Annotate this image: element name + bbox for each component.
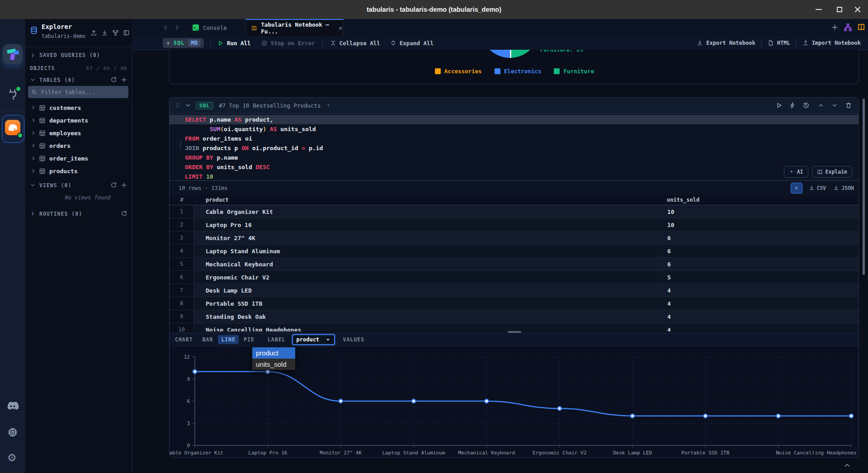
code-line[interactable]: SELECT p.name AS product, xyxy=(170,115,859,124)
expand-all-button[interactable]: Expand All xyxy=(390,40,434,47)
table-row[interactable]: 2Laptop Pro 1610 xyxy=(170,218,859,232)
add-cell-group[interactable]: + SQL MD xyxy=(163,38,204,48)
cell-product[interactable]: Laptop Pro 16 xyxy=(194,218,661,231)
sidebar-table-item[interactable]: orders xyxy=(25,139,132,152)
sidebar-table-item[interactable]: employees xyxy=(25,127,132,139)
cell-product[interactable]: Cable Organizer Kit xyxy=(194,205,661,218)
table-row[interactable]: 8Portable SSD 1TB4 xyxy=(170,297,859,310)
stop-on-error-button[interactable]: Stop on Error xyxy=(261,40,315,47)
saved-queries-section[interactable]: SAVED QUERIES (0) xyxy=(30,52,100,58)
cell-units-sold[interactable]: 6 xyxy=(661,232,859,244)
code-line[interactable]: SUM(oi.quantity) AS units_sold xyxy=(170,124,859,134)
col-header-product[interactable]: product xyxy=(194,195,661,205)
notebooks-book-icon[interactable] xyxy=(857,23,865,31)
collapse-cell-chevron-icon[interactable] xyxy=(185,102,191,109)
table-row[interactable]: 5Mechanical Keyboard6 xyxy=(170,258,859,271)
dropdown-option-product[interactable]: product xyxy=(252,347,295,359)
discord-icon[interactable] xyxy=(6,401,19,412)
sidebar-table-item[interactable]: customers xyxy=(25,101,132,114)
download-icon[interactable] xyxy=(101,29,108,36)
export-notebook-button[interactable]: Export Notebook xyxy=(697,40,755,46)
ai-button[interactable]: AI xyxy=(784,166,808,178)
cell-product[interactable]: Laptop Stand Aluminum xyxy=(194,245,661,257)
maximize-button[interactable] xyxy=(835,5,844,14)
cell-units-sold[interactable]: 5 xyxy=(661,271,859,284)
table-row[interactable]: 9Standing Desk Oak4 xyxy=(170,310,859,323)
schema-flow-icon[interactable] xyxy=(112,29,119,36)
col-header-index[interactable]: # xyxy=(170,195,194,205)
cell-product[interactable]: Mechanical Keyboard xyxy=(194,258,661,270)
cell-product[interactable]: Ergonomic Chair V2 xyxy=(194,271,661,284)
cell-units-sold[interactable]: 4 xyxy=(661,310,859,323)
filter-tables-field[interactable] xyxy=(40,88,119,96)
add-md-cell-button[interactable]: MD xyxy=(189,39,200,47)
cell-units-sold[interactable]: 6 xyxy=(661,245,859,257)
dropdown-option-units_sold[interactable]: units_sold xyxy=(252,359,295,370)
edit-sparkle-icon[interactable] xyxy=(326,103,331,109)
add-view-icon[interactable] xyxy=(121,182,127,189)
table-row[interactable]: 6Ergonomic Chair V25 xyxy=(170,271,859,284)
cell-units-sold[interactable]: 4 xyxy=(661,323,859,331)
chart-mode-pie[interactable]: PIE xyxy=(241,335,258,344)
chart-mode-bar[interactable]: BAR xyxy=(199,335,217,344)
active-connection[interactable] xyxy=(2,115,24,143)
cpu-chip-icon[interactable] xyxy=(7,427,18,438)
cell-units-sold[interactable]: 10 xyxy=(661,205,859,218)
chart-mode-line[interactable]: LINE xyxy=(218,335,239,344)
tab-console[interactable]: >_ Console xyxy=(187,19,232,36)
cell-product[interactable]: Standing Desk Oak xyxy=(194,310,661,323)
refresh-tables-icon[interactable] xyxy=(110,76,117,83)
minimize-button[interactable] xyxy=(814,5,824,14)
new-tab-icon[interactable] xyxy=(831,24,839,31)
cell-product[interactable]: Monitor 27" 4K xyxy=(194,232,661,244)
sql-editor[interactable]: SELECT p.name AS product, SUM(oi.quantit… xyxy=(170,114,859,180)
nav-back-icon[interactable] xyxy=(162,24,169,31)
collapse-panel-icon[interactable] xyxy=(123,29,130,36)
cell-units-sold[interactable]: 4 xyxy=(661,297,859,310)
table-row[interactable]: 4Laptop Stand Aluminum6 xyxy=(170,245,859,258)
tab-notebook[interactable]: Tabularis Notebook — Fu... xyxy=(245,19,344,36)
cell-product[interactable]: Noise Cancelling Headphones xyxy=(194,323,661,331)
tables-section-header[interactable]: TABLES (6) xyxy=(30,76,127,83)
settings-gear-icon[interactable]: ⚙ xyxy=(7,452,17,463)
cell-units-sold[interactable]: 6 xyxy=(661,258,859,270)
cell-product[interactable]: Desk Lamp LED xyxy=(194,284,661,297)
cell-product[interactable]: Portable SSD 1TB xyxy=(194,297,661,310)
code-line[interactable]: ORDER BY units_sold DESC xyxy=(170,162,859,172)
views-section-header[interactable]: VIEWS (0) xyxy=(30,182,127,189)
table-row[interactable]: 1Cable Organizer Kit10 xyxy=(170,205,859,218)
bolt-icon[interactable] xyxy=(789,102,796,109)
code-line[interactable]: JOIN products p ON oi.product_id = p.id xyxy=(170,143,859,153)
close-window-button[interactable] xyxy=(853,5,863,14)
move-cell-down-icon[interactable] xyxy=(831,102,838,109)
sidebar-table-item[interactable]: products xyxy=(25,165,132,177)
code-line[interactable]: LIMIT 10 xyxy=(170,172,859,180)
export-json-button[interactable]: JSON xyxy=(833,185,854,191)
col-header-units-sold[interactable]: units_sold xyxy=(661,195,859,205)
notebook-scrollbar-thumb[interactable] xyxy=(863,99,865,275)
close-tab-icon[interactable] xyxy=(338,25,343,31)
add-sql-cell-button[interactable]: SQL xyxy=(174,40,185,46)
label-column-select[interactable]: product xyxy=(292,334,335,345)
refresh-routines-icon[interactable] xyxy=(121,210,127,217)
run-all-button[interactable]: Run All xyxy=(217,40,251,47)
run-cell-icon[interactable] xyxy=(775,102,783,109)
app-logo-icon[interactable] xyxy=(3,44,23,64)
refresh-views-icon[interactable] xyxy=(110,182,117,189)
move-cell-up-icon[interactable] xyxy=(818,102,824,109)
collapse-all-button[interactable]: Collapse All xyxy=(330,40,380,47)
add-table-icon[interactable] xyxy=(121,76,127,83)
sidebar-table-item[interactable]: departments xyxy=(25,114,132,127)
add-cell-button[interactable]: + xyxy=(166,40,170,47)
table-row[interactable]: 10Noise Cancelling Headphones4 xyxy=(170,323,859,331)
cell-units-sold[interactable]: 10 xyxy=(661,218,859,231)
history-icon[interactable] xyxy=(802,102,810,109)
share-icon[interactable] xyxy=(90,29,97,36)
scroll-top-chevron-icon[interactable] xyxy=(843,461,852,469)
html-export-button[interactable]: HTML xyxy=(768,40,790,46)
sidebar-table-item[interactable]: order_items xyxy=(25,152,132,165)
export-csv-button[interactable]: CSV xyxy=(809,185,826,191)
close-results-button[interactable] xyxy=(791,183,802,194)
table-row[interactable]: 7Desk Lamp LED4 xyxy=(170,284,859,297)
delete-cell-icon[interactable] xyxy=(845,102,852,109)
